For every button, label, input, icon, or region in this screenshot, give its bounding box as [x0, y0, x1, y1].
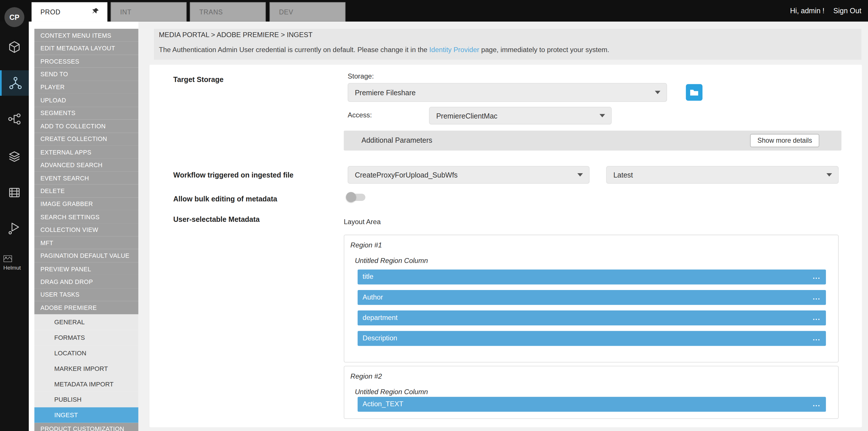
sidebar-item-send-to[interactable]: SEND TO [34, 68, 138, 81]
metadata-field-title[interactable]: title ... [358, 270, 826, 284]
storage-select-value: Premiere Fileshare [355, 88, 415, 97]
sidebar-nav: CONTEXT MENU ITEMS EDIT METADATA LAYOUT … [34, 29, 138, 431]
workflow-select-value: CreateProxyForUpload_SubWfs [355, 171, 458, 179]
app-logo: CP [4, 7, 24, 27]
metadata-field-action-text[interactable]: Action_TEXT ... [358, 397, 826, 412]
sidebar-item-adobe-premiere[interactable]: ADOBE PREMIERE [34, 301, 138, 314]
sidebar-item-processes[interactable]: PROCESSES [34, 55, 138, 68]
bulk-edit-toggle[interactable] [346, 192, 367, 202]
more-dots-icon[interactable]: ... [813, 330, 820, 345]
cube-icon[interactable] [0, 34, 29, 60]
tab-trans[interactable]: TRANS [190, 2, 266, 22]
metadata-field-author[interactable]: Author ... [358, 290, 826, 305]
sidebar-item-drag-and-drop[interactable]: DRAG AND DROP [34, 275, 138, 288]
tab-int[interactable]: INT [111, 2, 187, 22]
region-title: Region #1 [350, 241, 382, 249]
toggle-knob [346, 192, 356, 202]
workflow-icon[interactable] [0, 70, 29, 95]
sidebar-item-search-settings[interactable]: SEARCH SETTINGS [34, 210, 138, 223]
layout-region-1: Region #1 Untitled Region Column title .… [344, 235, 839, 363]
breadcrumb: MEDIA PORTAL > ADOBE PREMIERE > INGEST [159, 31, 313, 39]
sign-out-link[interactable]: Sign Out [834, 7, 861, 15]
chevron-down-icon [827, 173, 832, 177]
sidebar-item-player[interactable]: PLAYER [34, 81, 138, 93]
chevron-down-icon [577, 173, 583, 177]
screen: PROD INT TRANS DEV Hi, admin ! Sign Out … [0, 0, 868, 431]
sidebar-subitem-metadata-import[interactable]: METADATA IMPORT [34, 376, 138, 392]
sidebar-item-product-customization[interactable]: PRODUCT CUSTOMIZATION [34, 423, 138, 431]
sidebar-subitem-general[interactable]: GENERAL [34, 314, 138, 330]
sidebar-subitem-marker-import[interactable]: MARKER IMPORT [34, 361, 138, 376]
broken-image: Helmut [3, 255, 21, 271]
sidebar-item-create-collection[interactable]: CREATE COLLECTION [34, 133, 138, 146]
greeting-text: Hi, admin ! [790, 7, 825, 15]
region-title: Region #2 [350, 372, 382, 380]
pin-icon[interactable] [92, 7, 100, 17]
warning-text-pre: The Authentication Admin User credential… [159, 46, 429, 54]
sidebar-item-segments[interactable]: SEGMENTS [34, 107, 138, 120]
field-label: title [363, 273, 373, 280]
auth-warning-message: The Authentication Admin User credential… [159, 46, 609, 54]
folder-icon [690, 89, 699, 96]
player-icon[interactable] [0, 216, 29, 241]
layers-icon[interactable] [0, 144, 29, 169]
additional-parameters-bar: Additional Parameters Show more details [344, 131, 841, 151]
tab-prod[interactable]: PROD [32, 2, 107, 22]
tab-dev[interactable]: DEV [270, 2, 346, 22]
sidebar-subitem-ingest[interactable]: INGEST [34, 407, 138, 423]
more-dots-icon[interactable]: ... [813, 269, 820, 284]
config-portal-app: PROD INT TRANS DEV Hi, admin ! Sign Out … [0, 0, 868, 431]
icon-rail: Helmut [0, 22, 29, 431]
bulk-edit-label: Allow bulk editing of metadata [173, 195, 277, 203]
field-label: Author [363, 293, 383, 301]
show-more-details-button[interactable]: Show more details [750, 134, 819, 147]
browse-storage-button[interactable] [686, 84, 703, 101]
more-dots-icon[interactable]: ... [813, 396, 820, 411]
breadcrumb-band: MEDIA PORTAL > ADOBE PREMIERE > INGEST T… [154, 29, 861, 60]
user-area: Hi, admin ! Sign Out [790, 0, 861, 22]
sidebar-item-delete[interactable]: DELETE [34, 184, 138, 197]
sidebar-item-add-to-collection[interactable]: ADD TO COLLECTION [34, 120, 138, 133]
metadata-field-department[interactable]: department ... [358, 310, 826, 326]
sidebar-item-preview-panel[interactable]: PREVIEW PANEL [34, 262, 138, 275]
sidebar-item-mft[interactable]: MFT [34, 236, 138, 249]
sidebar-item-upload[interactable]: UPLOAD [34, 93, 138, 106]
ingest-settings-panel: Target Storage Storage: Premiere Filesha… [149, 65, 862, 427]
sidebar-item-collection-view[interactable]: COLLECTION VIEW [34, 223, 138, 236]
workflow-select[interactable]: CreateProxyForUpload_SubWfs [348, 166, 590, 184]
film-icon[interactable] [0, 180, 29, 205]
broken-image-icon [3, 255, 12, 263]
tab-prod-label: PROD [40, 8, 60, 16]
storage-select[interactable]: Premiere Fileshare [348, 83, 667, 102]
field-label: Action_TEXT [363, 400, 403, 408]
workflow-label: Workflow triggered on ingested file [173, 171, 293, 179]
storage-label: Storage: [348, 72, 374, 80]
sidebar-item-context-menu-items[interactable]: CONTEXT MENU ITEMS [34, 29, 138, 42]
metadata-field-description[interactable]: Description ... [358, 331, 826, 346]
sidebar-item-advanced-search[interactable]: ADVANCED SEARCH [34, 158, 138, 172]
sidebar-item-external-apps[interactable]: EXTERNAL APPS [34, 146, 138, 158]
region-column-title: Untitled Region Column [355, 388, 428, 396]
more-dots-icon[interactable]: ... [813, 289, 820, 304]
broken-image-alt-text: Helmut [3, 265, 21, 271]
sidebar-item-image-grabber[interactable]: IMAGE GRABBER [34, 197, 138, 210]
sidebar-item-event-search[interactable]: EVENT SEARCH [34, 172, 138, 184]
access-select-value: PremiereClientMac [436, 112, 498, 120]
topbar: PROD INT TRANS DEV Hi, admin ! Sign Out [0, 0, 868, 22]
more-dots-icon[interactable]: ... [813, 310, 820, 325]
tab-dev-label: DEV [279, 8, 293, 16]
sidebar-item-user-tasks[interactable]: USER TASKS [34, 288, 138, 301]
field-label: Description [363, 334, 397, 342]
sidebar-item-pagination-default-value[interactable]: PAGINATION DEFAULT VALUE [34, 249, 138, 262]
sidebar-item-edit-metadata-layout[interactable]: EDIT METADATA LAYOUT [34, 42, 138, 55]
workflow-version-value: Latest [613, 171, 633, 179]
sidebar-subitem-publish[interactable]: PUBLISH [34, 392, 138, 407]
flow-branch-icon[interactable] [0, 106, 29, 131]
workflow-version-select[interactable]: Latest [606, 166, 839, 184]
tab-trans-label: TRANS [199, 8, 223, 16]
identity-provider-link[interactable]: Identity Provider [429, 46, 479, 54]
sidebar-subitem-formats[interactable]: FORMATS [34, 330, 138, 345]
chevron-down-icon [599, 114, 605, 117]
sidebar-subitem-location[interactable]: LOCATION [34, 345, 138, 361]
access-select[interactable]: PremiereClientMac [429, 107, 612, 125]
